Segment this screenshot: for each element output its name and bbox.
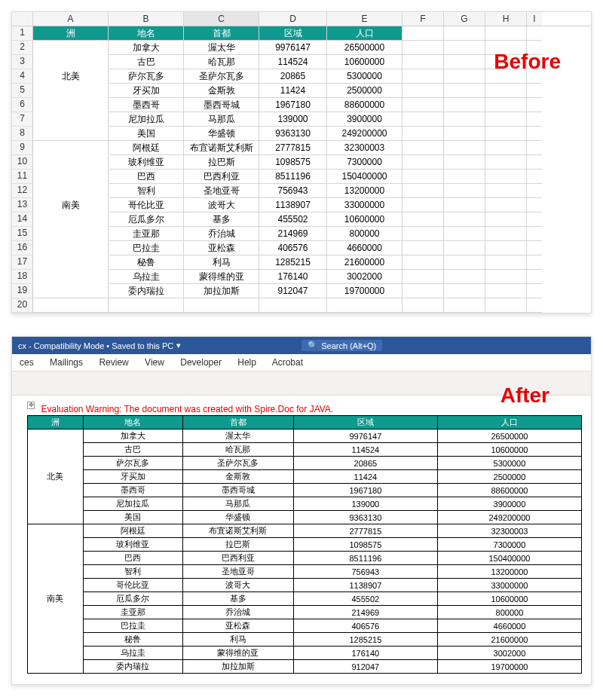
cell-empty[interactable] <box>33 298 109 313</box>
cell-name[interactable]: 牙买加 <box>109 84 184 98</box>
cell-empty[interactable] <box>403 98 444 112</box>
cell-name[interactable]: 圭亚那 <box>109 227 184 241</box>
cell-empty[interactable] <box>485 227 527 241</box>
col-header-C[interactable]: C <box>184 12 259 26</box>
cell-empty[interactable] <box>527 141 542 155</box>
cell-pop[interactable]: 10600000 <box>437 592 581 606</box>
cell-area[interactable]: 1098575 <box>259 155 327 170</box>
cell-empty[interactable] <box>527 255 542 270</box>
cell-empty[interactable] <box>485 112 527 127</box>
cell-continent[interactable]: 南美 <box>33 198 109 212</box>
cell-capital[interactable]: 圣萨尔瓦多 <box>182 457 293 470</box>
cell-capital[interactable]: 亚松森 <box>184 241 259 255</box>
cell-continent[interactable] <box>33 41 109 55</box>
ribbon-tab[interactable]: Help <box>237 357 256 368</box>
cell-area[interactable]: 455502 <box>293 592 437 606</box>
cell-continent[interactable] <box>33 141 109 155</box>
cell-empty[interactable] <box>403 184 444 198</box>
th-area[interactable]: 区域 <box>293 416 437 429</box>
cell-pop[interactable]: 7300000 <box>437 538 581 552</box>
cell-name[interactable]: 哥伦比亚 <box>83 579 182 592</box>
cell-continent[interactable]: 南美 <box>28 524 84 674</box>
th-pop[interactable]: 人口 <box>437 416 581 429</box>
cell-capital[interactable]: 华盛顿 <box>184 127 259 141</box>
cell-name[interactable]: 加拿大 <box>83 429 182 443</box>
cell-empty[interactable] <box>444 255 485 270</box>
row-header[interactable]: 1 <box>12 26 33 41</box>
cell-continent[interactable] <box>33 255 109 270</box>
title-dropdown-icon[interactable]: ▾ <box>176 341 181 350</box>
cell-name[interactable]: 巴西 <box>83 552 182 565</box>
cell-pop[interactable]: 249200000 <box>437 511 581 524</box>
cell-empty[interactable] <box>403 170 444 184</box>
row-header[interactable]: 3 <box>12 55 33 69</box>
cell-pop[interactable]: 88600000 <box>437 484 581 497</box>
cell-area[interactable]: 9976147 <box>293 429 437 443</box>
col-header-D[interactable]: D <box>259 12 327 26</box>
word-table[interactable]: 洲 地名 首都 区域 人口 北美加拿大渥太华997614726500000古巴哈… <box>27 415 582 674</box>
cell-empty[interactable] <box>485 127 527 141</box>
header-cell[interactable]: 地名 <box>109 26 184 41</box>
cell-pop[interactable]: 10600000 <box>437 443 581 457</box>
cell-area[interactable]: 9976147 <box>259 41 327 55</box>
cell-name[interactable]: 墨西哥 <box>83 484 182 497</box>
cell-name[interactable]: 墨西哥 <box>109 98 184 112</box>
row-header[interactable]: 4 <box>12 69 33 84</box>
cell-empty[interactable] <box>527 298 542 313</box>
cell-empty[interactable] <box>403 141 444 155</box>
cell-area[interactable]: 2777815 <box>293 524 437 538</box>
col-header-F[interactable]: F <box>403 12 444 26</box>
cell-empty[interactable] <box>485 270 527 284</box>
ribbon-tab[interactable]: View <box>145 357 164 368</box>
cell-continent[interactable] <box>33 55 109 69</box>
cell-area[interactable]: 176140 <box>259 270 327 284</box>
cell-capital[interactable]: 巴西利亚 <box>184 170 259 184</box>
cell-capital[interactable]: 加拉加斯 <box>184 284 259 298</box>
cell-pop[interactable]: 21600000 <box>327 255 403 270</box>
search-box[interactable]: 🔍 Search (Alt+Q) <box>302 340 382 351</box>
header-cell[interactable] <box>527 26 542 41</box>
cell-pop[interactable]: 2500000 <box>327 84 403 98</box>
cell-area[interactable]: 1285215 <box>259 255 327 270</box>
cell-empty[interactable] <box>403 298 444 313</box>
cell-name[interactable]: 玻利维亚 <box>109 155 184 170</box>
cell-pop[interactable]: 32300003 <box>437 524 581 538</box>
cell-continent[interactable] <box>33 227 109 241</box>
cell-empty[interactable] <box>444 227 485 241</box>
cell-name[interactable]: 巴拉圭 <box>109 241 184 255</box>
ribbon-tab[interactable]: Mailings <box>50 357 83 368</box>
cell-capital[interactable]: 墨西哥城 <box>184 98 259 112</box>
cell-pop[interactable]: 13200000 <box>437 565 581 579</box>
cell-empty[interactable] <box>327 298 403 313</box>
cell-empty[interactable] <box>485 284 527 298</box>
header-cell[interactable] <box>485 26 527 41</box>
row-header[interactable]: 10 <box>12 155 33 170</box>
ribbon-tab[interactable]: Review <box>99 357 128 368</box>
cell-empty[interactable] <box>444 212 485 227</box>
cell-area[interactable]: 11424 <box>259 84 327 98</box>
cell-area[interactable]: 20865 <box>293 457 437 470</box>
cell-name[interactable]: 古巴 <box>109 55 184 69</box>
cell-name[interactable]: 古巴 <box>83 443 182 457</box>
cell-pop[interactable]: 249200000 <box>327 127 403 141</box>
cell-empty[interactable] <box>444 141 485 155</box>
cell-name[interactable]: 加拿大 <box>109 41 184 55</box>
cell-empty[interactable] <box>485 98 527 112</box>
cell-empty[interactable] <box>485 241 527 255</box>
cell-name[interactable]: 乌拉圭 <box>83 647 182 660</box>
cell-continent[interactable] <box>33 241 109 255</box>
cell-capital[interactable]: 马那瓜 <box>182 497 293 511</box>
cell-name[interactable]: 美国 <box>83 511 182 524</box>
cell-continent[interactable] <box>33 270 109 284</box>
cell-area[interactable]: 9363130 <box>293 511 437 524</box>
cell-capital[interactable]: 渥太华 <box>184 41 259 55</box>
header-cell[interactable]: 洲 <box>33 26 109 41</box>
cell-pop[interactable]: 800000 <box>437 606 581 619</box>
cell-area[interactable]: 8511196 <box>259 170 327 184</box>
header-cell[interactable] <box>444 26 485 41</box>
cell-empty[interactable] <box>403 112 444 127</box>
cell-empty[interactable] <box>403 227 444 241</box>
cell-capital[interactable]: 利马 <box>184 255 259 270</box>
cell-pop[interactable]: 3900000 <box>327 112 403 127</box>
col-header-A[interactable]: A <box>33 12 109 26</box>
